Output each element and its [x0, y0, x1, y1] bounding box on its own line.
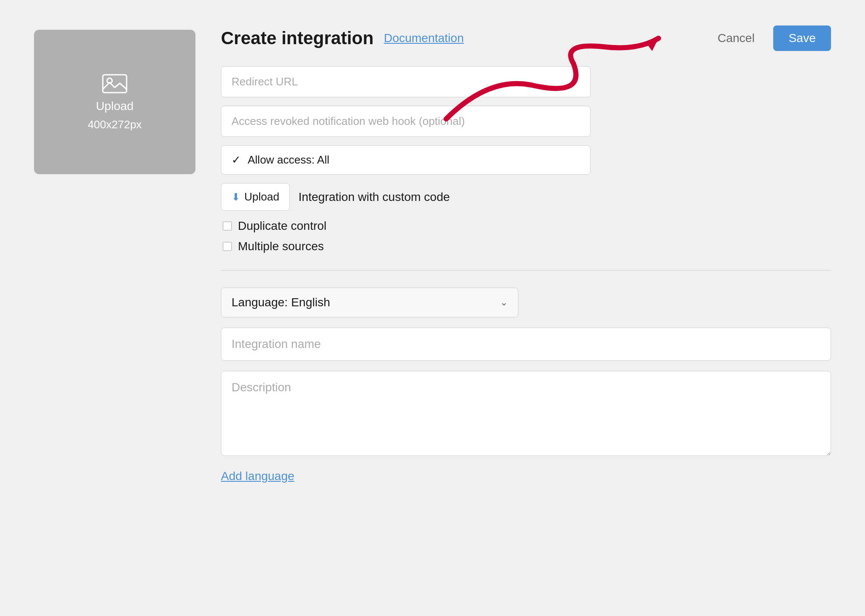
upload-arrow-icon: ⬇: [232, 191, 240, 203]
upload-panel[interactable]: Upload 400x272px: [34, 30, 195, 174]
duplicate-control-label: Duplicate control: [238, 219, 327, 233]
save-button[interactable]: Save: [773, 25, 831, 51]
upload-size: 400x272px: [88, 118, 141, 131]
language-select[interactable]: Language: English ⌄: [221, 288, 518, 317]
header-row: Create integration Documentation Cancel …: [221, 25, 831, 51]
duplicate-control-row[interactable]: Duplicate control: [223, 219, 831, 233]
checkbox-options: Duplicate control Multiple sources: [223, 219, 831, 253]
checkmark-icon: ✓: [232, 153, 241, 167]
page-container: Upload 400x272px Create integration Docu…: [0, 0, 865, 616]
allow-access-button[interactable]: ✓ Allow access: All: [221, 145, 591, 175]
upload-button[interactable]: ⬇ Upload: [221, 183, 290, 211]
custom-code-label: Integration with custom code: [298, 190, 449, 204]
bottom-section: Language: English ⌄ Add language: [221, 288, 831, 483]
language-select-label: Language: English: [232, 296, 330, 309]
webhook-input[interactable]: [221, 106, 591, 137]
page-title: Create integration: [221, 28, 373, 48]
add-language-link[interactable]: Add language: [221, 469, 831, 483]
header-left: Create integration Documentation: [221, 28, 464, 48]
svg-rect-0: [103, 75, 127, 93]
header-actions: Cancel Save: [709, 25, 831, 51]
image-icon: [102, 73, 127, 94]
allow-access-label: Allow access: All: [248, 153, 329, 167]
redirect-url-input[interactable]: [221, 66, 591, 97]
multiple-sources-row[interactable]: Multiple sources: [223, 240, 831, 253]
duplicate-control-checkbox[interactable]: [223, 221, 232, 231]
upload-row: ⬇ Upload Integration with custom code: [221, 183, 831, 211]
form-section: ✓ Allow access: All ⬇ Upload Integration…: [221, 66, 831, 271]
right-panel: Create integration Documentation Cancel …: [221, 25, 831, 483]
description-textarea[interactable]: [221, 371, 831, 456]
documentation-link[interactable]: Documentation: [384, 31, 464, 45]
upload-label: Upload: [96, 99, 134, 113]
chevron-down-icon: ⌄: [500, 297, 508, 308]
multiple-sources-checkbox[interactable]: [223, 242, 232, 251]
integration-name-input[interactable]: [221, 328, 831, 361]
upload-btn-label: Upload: [244, 190, 279, 203]
multiple-sources-label: Multiple sources: [238, 240, 324, 253]
cancel-button[interactable]: Cancel: [709, 26, 763, 50]
